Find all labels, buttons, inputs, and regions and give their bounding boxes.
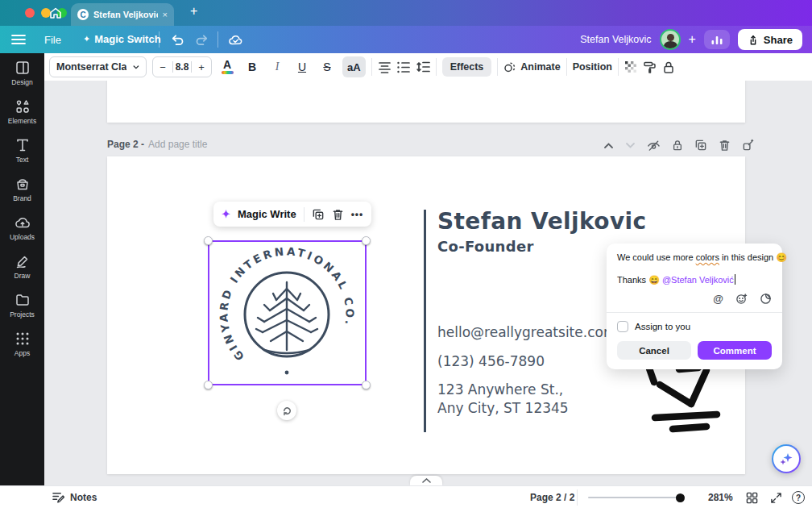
font-size-decrease[interactable]: −	[153, 61, 172, 73]
font-size-value[interactable]: 8.8	[172, 61, 192, 73]
comment-input-line[interactable]: Thanks 😄 @Stefan Veljković	[617, 274, 772, 285]
magic-switch-star-icon: ✦	[83, 34, 90, 44]
move-page-down-icon[interactable]	[625, 142, 636, 149]
sidebar-item-uploads[interactable]: Uploads	[0, 214, 44, 241]
menubar-right: Stefan Veljkovic + Share	[580, 29, 802, 50]
collapse-notes-button[interactable]	[410, 476, 442, 485]
magic-write-toolbar: ✦ Magic Write •••	[213, 202, 371, 227]
sidebar-item-draw[interactable]: Draw	[0, 253, 44, 280]
card-email-text[interactable]: hello@reallygreatsite.com	[437, 324, 616, 340]
card-divider-line[interactable]	[424, 210, 426, 432]
sidebar-item-elements[interactable]: Elements	[0, 98, 44, 125]
spacing-button[interactable]	[416, 60, 430, 73]
card-address-text[interactable]: 123 Anywhere St., Any City, ST 12345	[437, 381, 569, 418]
emoji-grin: 😄	[648, 275, 660, 285]
home-icon[interactable]	[48, 6, 63, 20]
design-canvas[interactable]: Page 2 - Add page title Stefan Veljkovic…	[44, 81, 812, 485]
fullscreen-button[interactable]	[770, 492, 782, 504]
window-close-button[interactable]	[25, 8, 35, 18]
rotate-handle[interactable]	[277, 401, 296, 420]
magic-write-button[interactable]: Magic Write	[238, 208, 296, 220]
tab-close-icon[interactable]: ×	[163, 10, 168, 19]
magic-switch-button[interactable]: ✦ Magic Switch	[83, 33, 161, 45]
font-selector[interactable]: Montserrat Classic	[49, 56, 147, 77]
lock-button[interactable]	[662, 60, 675, 74]
underline-button[interactable]: U	[292, 56, 312, 77]
italic-button[interactable]: I	[267, 56, 287, 77]
sidebar-item-apps[interactable]: Apps	[0, 331, 44, 357]
zoom-slider-knob[interactable]	[676, 493, 685, 502]
delete-page-icon[interactable]	[719, 139, 731, 152]
sticker-icon[interactable]	[760, 293, 772, 305]
more-options-button[interactable]: •••	[351, 209, 364, 220]
font-size-increase[interactable]: +	[192, 61, 211, 73]
add-page-icon[interactable]	[742, 139, 755, 152]
new-tab-button[interactable]: +	[190, 4, 197, 19]
page-1-bottom[interactable]	[107, 81, 745, 123]
format-toolbar: Montserrat Classic − 8.8 + A B I U S aA …	[44, 53, 812, 81]
duplicate-page-icon[interactable]	[694, 139, 707, 152]
strikethrough-button[interactable]: S	[317, 56, 337, 77]
selection-handle-ne[interactable]	[362, 236, 371, 245]
page-title-placeholder[interactable]: Add page title	[148, 139, 207, 150]
doodle-sketch[interactable]	[632, 355, 777, 452]
selection-handle-se[interactable]	[362, 381, 371, 389]
zoom-slider[interactable]	[588, 497, 683, 498]
text-color-button[interactable]: A	[218, 56, 237, 77]
help-button[interactable]: ?	[792, 491, 805, 504]
assign-row[interactable]: Assign to you	[617, 321, 772, 332]
comment-line-1: We could use more colors in this design …	[617, 252, 772, 263]
effects-button[interactable]: Effects	[442, 57, 492, 77]
zoom-value[interactable]: 281%	[708, 492, 733, 503]
notes-button[interactable]: Notes	[52, 491, 97, 503]
card-role-text[interactable]: Co-Founder	[437, 238, 534, 255]
selection-handle-sw[interactable]	[204, 381, 213, 389]
sidebar-item-projects[interactable]: Projects	[0, 292, 44, 319]
sidebar-item-brand[interactable]: Brand	[0, 176, 44, 202]
avatar[interactable]	[660, 29, 681, 50]
color-swatch	[222, 71, 234, 74]
assistant-button[interactable]	[772, 444, 801, 473]
emoji-picker-icon[interactable]	[735, 293, 748, 305]
position-button[interactable]: Position	[573, 61, 612, 73]
mention-chip[interactable]: @Stefan Veljković	[662, 275, 734, 285]
selection-box[interactable]	[208, 240, 367, 385]
page-indicator[interactable]: Page 2 / 2	[530, 492, 574, 503]
hide-page-icon[interactable]	[647, 139, 661, 152]
bold-button[interactable]: B	[242, 56, 262, 77]
text-case-button[interactable]: aA	[342, 56, 366, 77]
divider	[618, 58, 619, 76]
align-center-icon	[378, 61, 392, 73]
grid-view-button[interactable]	[746, 492, 758, 504]
assign-checkbox[interactable]	[617, 321, 628, 332]
cancel-button[interactable]: Cancel	[617, 341, 691, 360]
duplicate-icon[interactable]	[312, 208, 325, 221]
mention-icon[interactable]: @	[713, 293, 723, 305]
share-button[interactable]: Share	[738, 29, 802, 50]
undo-button[interactable]	[170, 32, 185, 48]
invite-member-button[interactable]: +	[689, 32, 696, 47]
move-page-up-icon[interactable]	[603, 142, 614, 149]
copy-style-button[interactable]	[643, 60, 657, 74]
divider	[566, 58, 567, 76]
card-phone-text[interactable]: (123) 456-7890	[437, 353, 545, 369]
cloud-save-icon[interactable]	[228, 32, 243, 48]
selection-handle-nw[interactable]	[204, 236, 213, 245]
line-spacing-icon	[416, 60, 430, 73]
browser-tab[interactable]: C Stefan Veljkovic - E... ×	[71, 3, 174, 26]
insights-button[interactable]	[704, 30, 730, 49]
file-menu[interactable]: File	[44, 34, 61, 46]
trash-icon[interactable]	[332, 208, 344, 221]
comment-submit-button[interactable]: Comment	[698, 341, 772, 360]
sidebar-item-text[interactable]: Text	[0, 137, 44, 164]
alignment-button[interactable]	[378, 61, 392, 73]
sidebar-item-design[interactable]: Design	[0, 60, 44, 86]
redo-button[interactable]	[194, 32, 209, 48]
transparency-button[interactable]	[624, 60, 637, 73]
lock-page-icon[interactable]	[672, 139, 683, 152]
menu-icon[interactable]	[11, 35, 26, 44]
divider	[577, 489, 578, 506]
card-name-text[interactable]: Stefan Veljkovic	[437, 208, 647, 235]
list-button[interactable]	[397, 61, 411, 73]
animate-button[interactable]: Animate	[503, 60, 560, 73]
